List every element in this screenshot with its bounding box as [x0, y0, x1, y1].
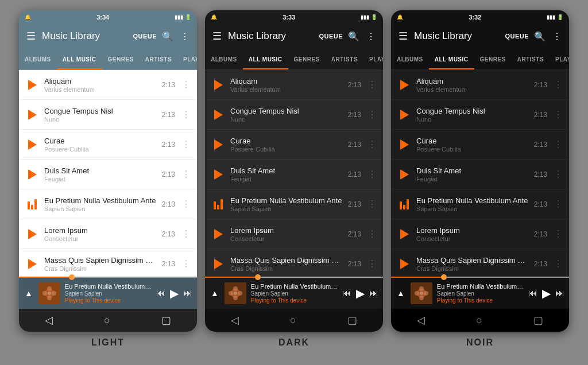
- song-item[interactable]: Duis Sit Amet Feugiat 2:13 ⋮: [19, 160, 197, 189]
- search-icon[interactable]: 🔍: [533, 30, 546, 42]
- song-menu-button[interactable]: ⋮: [552, 109, 564, 120]
- home-button[interactable]: ○: [104, 314, 110, 327]
- skip-prev-button[interactable]: ⏮: [342, 288, 351, 298]
- song-item[interactable]: Aliquam Varius elementum 2:13 ⋮: [205, 70, 383, 100]
- np-sub: Sapien Sapien: [437, 290, 524, 297]
- search-icon[interactable]: 🔍: [347, 30, 360, 42]
- song-menu-button[interactable]: ⋮: [180, 199, 192, 209]
- play-icon: [397, 167, 412, 182]
- song-item[interactable]: Congue Tempus Nisl Nunc 2:13 ⋮: [205, 100, 383, 130]
- tab-all-music[interactable]: ALL MUSIC: [243, 49, 288, 69]
- song-menu-button[interactable]: ⋮: [180, 139, 192, 150]
- song-item[interactable]: Congue Tempus Nisl Nunc 2:13 ⋮: [391, 100, 569, 130]
- tab-all-music[interactable]: ALL MUSIC: [429, 49, 474, 69]
- song-item[interactable]: Congue Tempus Nisl Nunc 2:13 ⋮: [19, 100, 197, 130]
- tab-genres[interactable]: GENRES: [288, 49, 326, 69]
- song-item[interactable]: Lorem Ipsum Consectetur 2:13 ⋮: [205, 219, 383, 249]
- song-menu-button[interactable]: ⋮: [366, 79, 378, 90]
- np-expand-icon[interactable]: ▲: [210, 288, 220, 299]
- song-list: Aliquam Varius elementum 2:13 ⋮ Congue T…: [205, 70, 383, 277]
- song-item[interactable]: Curae Posuere Cubilia 2:13 ⋮: [205, 130, 383, 160]
- song-item[interactable]: Duis Sit Amet Feugiat 2:13 ⋮: [205, 160, 383, 189]
- skip-next-button[interactable]: ⏭: [369, 288, 378, 298]
- back-button[interactable]: ◁: [417, 314, 425, 327]
- tab-all-music[interactable]: ALL MUSIC: [57, 49, 102, 69]
- now-playing-bar[interactable]: ▲ Eu Pretium Nulla Vestibulum Ante Sapie…: [391, 278, 569, 309]
- queue-button[interactable]: QUEUE: [133, 33, 157, 40]
- tab-albums[interactable]: ALBUMS: [19, 49, 57, 69]
- song-menu-button[interactable]: ⋮: [180, 228, 192, 239]
- song-item[interactable]: Aliquam Varius elementum 2:13 ⋮: [391, 70, 569, 100]
- skip-next-button[interactable]: ⏭: [183, 288, 192, 298]
- search-icon[interactable]: 🔍: [161, 30, 174, 42]
- menu-icon[interactable]: ☰: [211, 30, 223, 42]
- song-menu-button[interactable]: ⋮: [552, 79, 564, 90]
- tab-genres[interactable]: GENRES: [474, 49, 512, 69]
- song-item[interactable]: Aliquam Varius elementum 2:13 ⋮: [19, 70, 197, 100]
- now-playing-bar[interactable]: ▲ Eu Pretium Nulla Vestibulum Ante Sapie…: [19, 278, 197, 309]
- song-menu-button[interactable]: ⋮: [366, 258, 378, 269]
- now-playing-bar[interactable]: ▲ Eu Pretium Nulla Vestibulum Ante Sapie…: [205, 278, 383, 309]
- play-pause-button[interactable]: ▶: [356, 286, 365, 300]
- song-menu-button[interactable]: ⋮: [366, 199, 378, 209]
- more-icon[interactable]: ⋮: [365, 30, 377, 42]
- skip-next-button[interactable]: ⏭: [555, 288, 564, 298]
- song-menu-button[interactable]: ⋮: [366, 169, 378, 180]
- song-item[interactable]: Lorem Ipsum Consectetur 2:13 ⋮: [391, 219, 569, 249]
- np-expand-icon[interactable]: ▲: [396, 288, 406, 299]
- queue-button[interactable]: QUEUE: [319, 33, 343, 40]
- skip-prev-button[interactable]: ⏮: [528, 288, 537, 298]
- song-menu-button[interactable]: ⋮: [552, 199, 564, 209]
- more-icon[interactable]: ⋮: [551, 30, 563, 42]
- song-item[interactable]: Curae Posuere Cubilia 2:13 ⋮: [19, 130, 197, 160]
- song-menu-button[interactable]: ⋮: [180, 109, 192, 120]
- tab-playlists[interactable]: PLAYLISTS: [177, 49, 197, 69]
- play-pause-button[interactable]: ▶: [170, 286, 179, 300]
- song-item[interactable]: Eu Pretium Nulla Vestibulum Ante Sapien …: [19, 189, 197, 219]
- tab-artists[interactable]: ARTISTS: [512, 49, 550, 69]
- menu-icon[interactable]: ☰: [25, 30, 37, 42]
- song-menu-button[interactable]: ⋮: [180, 79, 192, 90]
- np-expand-icon[interactable]: ▲: [24, 288, 34, 299]
- back-button[interactable]: ◁: [231, 314, 239, 327]
- song-item[interactable]: Eu Pretium Nulla Vestibulum Ante Sapien …: [205, 189, 383, 219]
- back-button[interactable]: ◁: [45, 314, 53, 327]
- tab-artists[interactable]: ARTISTS: [140, 49, 177, 69]
- tab-albums[interactable]: ALBUMS: [391, 49, 429, 69]
- svg-point-13: [234, 292, 237, 295]
- song-title: Lorem Ipsum: [230, 226, 343, 235]
- song-menu-button[interactable]: ⋮: [552, 139, 564, 150]
- recents-button[interactable]: ▢: [347, 314, 357, 327]
- song-menu-button[interactable]: ⋮: [552, 169, 564, 180]
- song-item[interactable]: Massa Quis Sapien Dignissim Consequat Cr…: [391, 249, 569, 277]
- tab-albums[interactable]: ALBUMS: [205, 49, 243, 69]
- queue-button[interactable]: QUEUE: [505, 33, 529, 40]
- song-item[interactable]: Eu Pretium Nulla Vestibulum Ante Sapien …: [391, 189, 569, 219]
- tab-genres[interactable]: GENRES: [102, 49, 140, 69]
- tab-artists[interactable]: ARTISTS: [326, 49, 363, 69]
- song-item[interactable]: Lorem Ipsum Consectetur 2:13 ⋮: [19, 219, 197, 249]
- status-left: 🔔: [25, 14, 31, 20]
- tab-playlists[interactable]: PLAYLISTS: [550, 49, 569, 69]
- song-item[interactable]: Massa Quis Sapien Dignissim Consequat Cr…: [19, 249, 197, 277]
- home-button[interactable]: ○: [290, 314, 296, 327]
- song-item[interactable]: Duis Sit Amet Feugiat 2:13 ⋮: [391, 160, 569, 189]
- song-menu-button[interactable]: ⋮: [552, 258, 564, 269]
- home-button[interactable]: ○: [476, 314, 482, 327]
- song-menu-button[interactable]: ⋮: [552, 228, 564, 239]
- song-menu-button[interactable]: ⋮: [180, 258, 192, 269]
- song-menu-button[interactable]: ⋮: [366, 228, 378, 239]
- song-item[interactable]: Massa Quis Sapien Dignissim Consequat Cr…: [205, 249, 383, 277]
- song-menu-button[interactable]: ⋮: [366, 139, 378, 150]
- more-icon[interactable]: ⋮: [179, 30, 191, 42]
- song-menu-button[interactable]: ⋮: [180, 169, 192, 180]
- song-item[interactable]: Curae Posuere Cubilia 2:13 ⋮: [391, 130, 569, 160]
- recents-button[interactable]: ▢: [161, 314, 171, 327]
- menu-icon[interactable]: ☰: [397, 30, 409, 42]
- play-pause-button[interactable]: ▶: [542, 286, 551, 300]
- skip-prev-button[interactable]: ⏮: [156, 288, 165, 298]
- recents-button[interactable]: ▢: [533, 314, 543, 327]
- song-duration: 2:13: [348, 111, 361, 119]
- tab-playlists[interactable]: PLAYLISTS: [363, 49, 383, 69]
- song-menu-button[interactable]: ⋮: [366, 109, 378, 120]
